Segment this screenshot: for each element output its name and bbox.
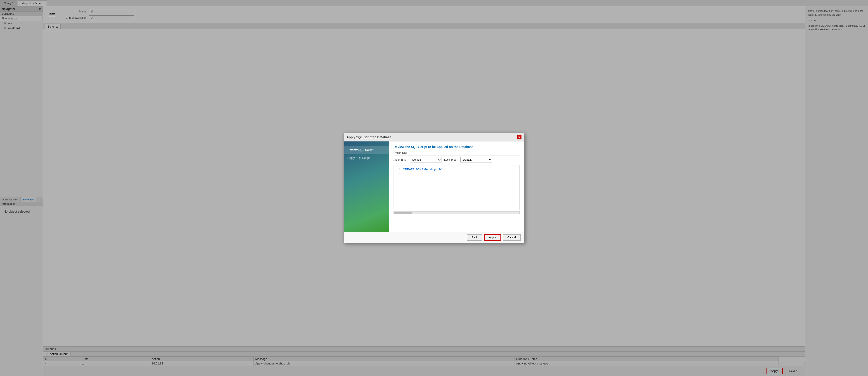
wizard-step-apply[interactable]: Apply SQL Script [344, 154, 389, 162]
modal-cancel-button[interactable]: Cancel [503, 234, 521, 241]
wizard-content-title: Review the SQL Script to be Applied on t… [394, 145, 520, 149]
wizard-content: Review the SQL Script to be Applied on t… [389, 142, 524, 232]
modal: Apply SQL Script to Database × Review SQ… [344, 133, 524, 243]
online-ddl-label: Online DDL [394, 151, 520, 156]
code-text-1: CREATE SCHEMA `shop_db` ; [403, 167, 443, 172]
ddl-row: Algorithm: Default Inplace Copy Lock Typ… [394, 157, 520, 162]
algorithm-select[interactable]: Default Inplace Copy [410, 157, 441, 162]
online-ddl-section: Online DDL Algorithm: Default Inplace Co… [394, 151, 520, 162]
modal-overlay: Apply SQL Script to Database × Review SQ… [0, 0, 868, 376]
modal-titlebar: Apply SQL Script to Database × [344, 133, 524, 142]
modal-footer: Back Apply Cancel [344, 232, 524, 243]
lock-type-select[interactable]: Default None Shared Exclusive [460, 157, 492, 162]
line-num-2: 2 [396, 172, 400, 177]
code-scrollbar-thumb[interactable] [394, 212, 412, 214]
modal-body: Review SQL Script Apply SQL Script Revie… [344, 142, 524, 232]
code-area: 1 CREATE SCHEMA `shop_db` ; 2 [394, 165, 520, 210]
algorithm-label: Algorithm: [394, 158, 407, 161]
modal-title: Apply SQL Script to Database [346, 135, 391, 139]
code-scrollbar[interactable] [394, 211, 520, 214]
wizard-step-review[interactable]: Review SQL Script [344, 146, 389, 154]
code-line-1: 1 CREATE SCHEMA `shop_db` ; [396, 167, 518, 172]
modal-close-button[interactable]: × [517, 135, 522, 139]
modal-apply-button[interactable]: Apply [484, 234, 501, 241]
lock-type-label: Lock Type: [444, 158, 458, 161]
line-num-1: 1 [396, 167, 400, 172]
modal-back-button[interactable]: Back [467, 234, 483, 241]
code-line-2: 2 [396, 172, 518, 177]
wizard-panel: Review SQL Script Apply SQL Script [344, 142, 389, 232]
